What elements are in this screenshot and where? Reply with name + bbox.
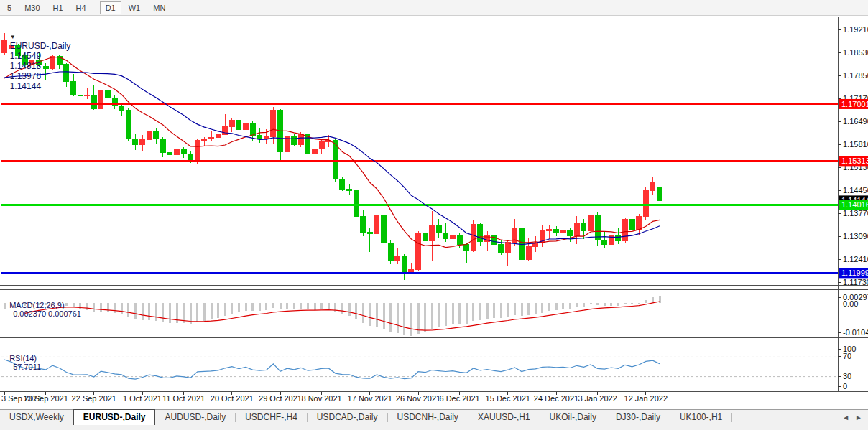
candle xyxy=(574,223,579,235)
candle xyxy=(298,134,303,144)
candle xyxy=(616,235,621,241)
candle xyxy=(547,229,552,230)
time-axis-label: 17 Nov 2021 xyxy=(348,394,392,403)
candle xyxy=(464,245,469,251)
candle xyxy=(202,139,207,141)
candle xyxy=(119,106,124,110)
chart-title: ▼ EURUSD-,Daily 1.14549 1.14818 1.13976 … xyxy=(5,21,75,91)
tab-usdcnh-daily[interactable]: USDCNH-,Daily xyxy=(388,410,468,425)
candle xyxy=(216,135,221,138)
candle xyxy=(505,243,510,253)
macd-axis-label: -0.010422 xyxy=(843,328,868,337)
tab-ukoil-daily[interactable]: UKOil-,Daily xyxy=(540,410,606,425)
candle xyxy=(78,95,83,95)
tab-xauusd-h1[interactable]: XAUUSD-,H1 xyxy=(468,410,540,425)
tab-scroll-arrows: ◄► xyxy=(842,410,868,425)
candle xyxy=(361,216,366,233)
window-bottom-strip xyxy=(0,425,868,430)
price-axis-label: 1.15810 xyxy=(843,140,868,149)
candle xyxy=(195,141,200,162)
candlestick-series xyxy=(2,33,662,280)
candle xyxy=(629,219,634,230)
time-axis-label: 29 Oct 2021 xyxy=(259,394,302,403)
candle xyxy=(229,121,234,127)
price-axis[interactable]: 1.192101.185301.178501.171701.164901.158… xyxy=(838,25,868,286)
tab-uk100-h1[interactable]: UK100-,H1 xyxy=(670,410,731,425)
timeframe-button-d1[interactable]: D1 xyxy=(100,1,121,14)
timeframe-button-m30[interactable]: M30 xyxy=(19,1,45,14)
candle xyxy=(402,256,407,273)
candle xyxy=(416,233,421,269)
candle xyxy=(319,142,324,149)
candle xyxy=(223,127,228,135)
candle xyxy=(526,247,531,260)
price-tag-114016-text: 1.14016 xyxy=(841,200,868,209)
candle xyxy=(581,223,586,231)
last-bar-high: 1.14818 xyxy=(10,61,41,71)
time-axis-label: 20 Oct 2021 xyxy=(211,394,254,403)
candle xyxy=(347,190,352,191)
price-axis-label: 1.18530 xyxy=(843,48,868,57)
tab-audusd-daily[interactable]: AUDUSD-,Daily xyxy=(155,410,235,425)
time-axis-label: 12 Jan 2022 xyxy=(624,394,668,403)
tab-usdx-weekly[interactable]: USDX,Weekly xyxy=(0,410,73,425)
candle xyxy=(588,215,594,231)
candle xyxy=(457,235,462,245)
timeframe-button-5[interactable]: 5 xyxy=(1,1,17,14)
candle xyxy=(643,190,648,216)
macd-axis[interactable]: 0.0029790.00-0.010422 xyxy=(838,293,868,337)
macd-axis-label: 0.00 xyxy=(843,299,858,308)
panel-borders xyxy=(0,17,868,408)
symbol-period-label: EURUSD-,Daily xyxy=(10,41,71,51)
trading-terminal: { "toolbar": { "items": ["5","M30","H1",… xyxy=(0,0,868,430)
candle xyxy=(499,245,504,253)
candle xyxy=(292,136,297,144)
tab-usdchf-h4[interactable]: USDCHF-,H4 xyxy=(236,410,307,425)
rsi-value: 57.7011 xyxy=(13,363,41,371)
time-axis-label: 22 Sep 2021 xyxy=(72,394,116,403)
candle xyxy=(533,243,538,247)
rsi-indicator-label: RSI(14) 57.7011 xyxy=(5,345,41,371)
macd-values: 0.002370 0.000761 xyxy=(13,309,81,318)
tab-dj30-daily[interactable]: DJ30-,Daily xyxy=(606,410,670,425)
time-axis-label: 3 Jan 2022 xyxy=(578,394,617,403)
candle xyxy=(395,256,400,261)
last-bar-low: 1.13976 xyxy=(10,71,41,81)
timeframe-button-w1[interactable]: W1 xyxy=(123,1,147,14)
candle xyxy=(271,110,276,136)
price-axis-label: 1.13770 xyxy=(843,209,868,218)
candle xyxy=(250,123,255,135)
macd-name: MACD(12,26,9) xyxy=(9,301,64,309)
candle xyxy=(167,152,172,154)
time-axis-label: 6 Dec 2021 xyxy=(439,394,479,403)
rsi-axis-label: 30 xyxy=(843,372,851,380)
rsi-axis[interactable]: 10070300 xyxy=(838,345,856,391)
price-axis-label: 1.11730 xyxy=(843,278,868,286)
rsi-name: RSI(14) xyxy=(9,354,37,363)
price-axis-label: 1.17850 xyxy=(843,71,868,80)
timeframe-button-h4[interactable]: H4 xyxy=(70,1,92,14)
tab-eurusd-daily[interactable]: EURUSD-,Daily xyxy=(73,409,156,425)
time-axis-label: 24 Dec 2021 xyxy=(534,394,578,403)
price-tag-117001-text: 1.17001 xyxy=(841,100,868,108)
candle xyxy=(340,179,345,190)
rsi-axis-label: 0 xyxy=(843,382,847,391)
candle xyxy=(637,217,642,230)
candle xyxy=(657,187,662,200)
candle xyxy=(609,235,614,245)
timeframe-button-h1[interactable]: H1 xyxy=(47,1,69,14)
time-axis[interactable]: 3 Sep 202113 Sep 202122 Sep 20211 Oct 20… xyxy=(1,392,668,403)
time-axis-label: 11 Oct 2021 xyxy=(162,394,205,403)
tab-usdcad-daily[interactable]: USDCAD-,Daily xyxy=(308,410,387,425)
tab-scroll-left-button[interactable]: ◄ xyxy=(842,413,849,421)
price-axis-label: 1.16490 xyxy=(843,117,868,126)
price-axis-label: 1.19210 xyxy=(843,25,868,34)
ma-fast-line xyxy=(4,57,660,248)
tab-scroll-right-button[interactable]: ► xyxy=(855,413,862,421)
candle xyxy=(382,215,387,243)
time-axis-label: 1 Oct 2021 xyxy=(123,394,162,403)
symbol-dropdown-icon[interactable]: ▼ xyxy=(10,34,16,40)
candle xyxy=(133,139,138,145)
timeframe-button-mn[interactable]: MN xyxy=(147,1,171,14)
chart-window[interactable]: 1.192101.185301.178501.171701.164901.158… xyxy=(0,0,868,430)
